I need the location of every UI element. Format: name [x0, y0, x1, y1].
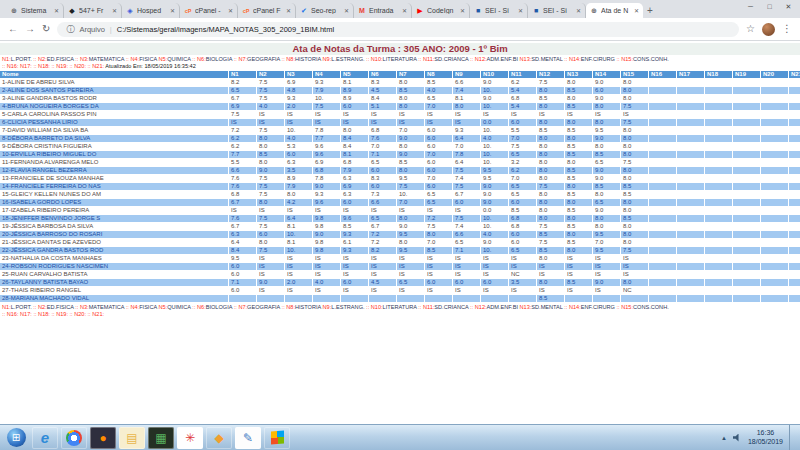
grade-cell: IS	[453, 111, 480, 118]
minimize-button[interactable]: ─	[741, 0, 760, 13]
grade-cell: 8.0	[257, 159, 284, 166]
browser-tab[interactable]: ⊕Sistema✕	[6, 3, 64, 18]
browser-tab[interactable]: ✔Seo-rep✕	[296, 3, 354, 18]
info-icon[interactable]: ⓘ	[66, 24, 74, 35]
tab-close-icon[interactable]: ✕	[170, 7, 175, 14]
grades-table: NomeN1N2N3N4N5N6N7N8N9N10N11N12N13N14N15…	[0, 71, 800, 302]
grade-cell: 10.	[285, 231, 312, 238]
grade-cell: IS	[621, 263, 648, 270]
chrome-icon[interactable]	[61, 427, 87, 449]
url-text[interactable]: C:/Sistemas/geral/imagens/MAPA_NOTAS_305…	[117, 25, 334, 34]
grade-cell: 9.0	[397, 223, 424, 230]
notepad-icon[interactable]: ✎	[235, 427, 261, 449]
browser-tab[interactable]: MEntrada✕	[354, 3, 412, 18]
forward-button[interactable]: →	[25, 24, 35, 34]
grade-cell: 6.5	[425, 95, 452, 102]
column-header: N2	[257, 71, 284, 78]
grade-cell: 6.8	[509, 95, 536, 102]
legend-text: N14:	[569, 304, 581, 310]
grade-cell	[705, 239, 732, 246]
tab-close-icon[interactable]: ✕	[460, 7, 465, 14]
tab-close-icon[interactable]: ✕	[402, 7, 407, 14]
grade-cell: 9.6	[313, 199, 340, 206]
grade-cell	[789, 183, 800, 190]
grade-cell: IS	[397, 207, 424, 214]
tab-close-icon[interactable]: ✕	[576, 7, 581, 14]
image-viewer-icon[interactable]: ▦	[148, 427, 174, 449]
grade-cell: 6.0	[481, 279, 508, 286]
browser-tab[interactable]: cPcPanel -✕	[180, 3, 238, 18]
browser-tab[interactable]: cPcPanel F✕	[238, 3, 296, 18]
new-tab-button[interactable]: +	[643, 3, 657, 18]
taskbar-clock[interactable]: 16:36 18/05/2019	[748, 429, 783, 446]
start-button[interactable]: ⊞	[3, 427, 29, 449]
tab-strip-bar: ⊕Sistema✕◆547+ Fr✕◈Hosped✕cPcPanel -✕cPc…	[0, 0, 800, 18]
bookmark-star-icon[interactable]: ☆	[746, 24, 755, 34]
browser-menu-icon[interactable]: ⋮	[782, 24, 792, 34]
grade-cell	[733, 263, 760, 270]
table-row: 17-IZABELA RIBEIRO PEREIRAISISISISISISIS…	[0, 207, 800, 214]
grade-cell: 9.0	[481, 183, 508, 190]
table-row: 10-ERVILLA RIBEIRO MIGUEL DO7.78.56.09.6…	[0, 151, 800, 158]
system-tray: ▲ 16:36 18/05/2019	[721, 425, 800, 450]
grade-cell: 7.6	[229, 215, 256, 222]
close-button[interactable]: ✕	[779, 0, 798, 13]
browser-tab[interactable]: ⊕Ata de N✕	[586, 3, 643, 18]
grade-cell: 8.5	[565, 223, 592, 230]
tab-favicon-icon: ⊕	[590, 7, 598, 15]
fox-app-icon[interactable]: ◆	[206, 427, 232, 449]
tab-close-icon[interactable]: ✕	[228, 7, 233, 14]
tab-close-icon[interactable]: ✕	[634, 7, 639, 14]
phone-app-icon[interactable]: ✳	[177, 427, 203, 449]
grade-cell: IS	[537, 271, 564, 278]
back-button[interactable]: ←	[8, 24, 18, 34]
grade-cell: NC	[621, 287, 648, 294]
grade-cell: IS	[453, 271, 480, 278]
grade-cell: 8.0	[285, 191, 312, 198]
file-explorer-icon[interactable]: ▤	[119, 427, 145, 449]
browser-tab[interactable]: ◆547+ Fr✕	[64, 3, 122, 18]
tray-expand-icon[interactable]: ▲	[721, 435, 727, 441]
tab-close-icon[interactable]: ✕	[286, 7, 291, 14]
reload-button[interactable]: ↻	[42, 24, 50, 34]
address-bar[interactable]: ⓘ Arquivo | C:/Sistemas/geral/imagens/MA…	[57, 22, 739, 37]
legend-text: SD.CRIANCA	[434, 56, 468, 62]
tab-close-icon[interactable]: ✕	[344, 7, 349, 14]
column-header: N9	[453, 71, 480, 78]
grade-cell: 8.0	[537, 191, 564, 198]
grade-cell: 7.2	[425, 215, 452, 222]
browser-tab[interactable]: ■SEI - Si✕	[470, 3, 528, 18]
windows-logo-icon[interactable]	[264, 427, 290, 449]
browser-tab[interactable]: ■SEI - Si✕	[528, 3, 586, 18]
browser-tab[interactable]: ▶CodeIgn✕	[412, 3, 470, 18]
restore-button[interactable]: □	[760, 0, 779, 13]
grade-cell	[593, 295, 620, 302]
grade-cell	[733, 175, 760, 182]
speaker-icon[interactable]	[733, 434, 742, 442]
tab-strip: ⊕Sistema✕◆547+ Fr✕◈Hosped✕cPcPanel -✕cPc…	[6, 3, 643, 18]
grade-cell	[789, 79, 800, 86]
legend-text: HISTORIA	[295, 304, 321, 310]
grade-cell	[453, 295, 480, 302]
profile-avatar[interactable]	[762, 23, 775, 36]
tab-close-icon[interactable]: ✕	[112, 7, 117, 14]
student-name-cell: 1-ALINE DE ABREU SILVA	[0, 79, 228, 86]
grade-cell: 6.7	[229, 223, 256, 230]
grade-cell: 8.5	[565, 191, 592, 198]
grade-cell: 7.5	[621, 103, 648, 110]
internet-explorer-icon[interactable]: e	[32, 427, 58, 449]
grade-cell: 10.	[481, 87, 508, 94]
tab-close-icon[interactable]: ✕	[518, 7, 523, 14]
grade-cell	[649, 111, 676, 118]
show-desktop-button[interactable]	[789, 425, 796, 450]
grade-cell: IS	[593, 263, 620, 270]
grade-cell: IS	[509, 111, 536, 118]
tab-close-icon[interactable]: ✕	[54, 7, 59, 14]
legend-text: CONS.CONH.	[633, 304, 669, 310]
media-player-icon[interactable]: ●	[90, 427, 116, 449]
grade-cell: 10.	[313, 95, 340, 102]
browser-tab[interactable]: ◈Hosped✕	[122, 3, 180, 18]
grade-cell	[761, 295, 788, 302]
grade-cell	[677, 167, 704, 174]
grade-cell: 6.3	[341, 175, 368, 182]
